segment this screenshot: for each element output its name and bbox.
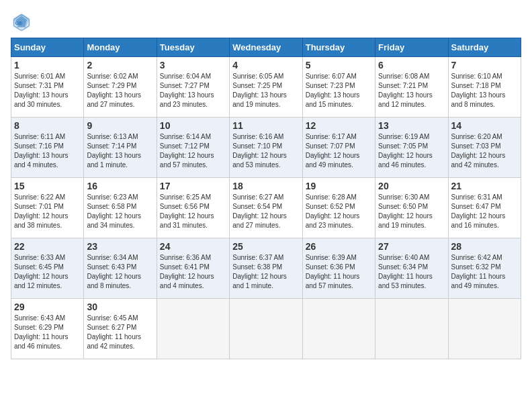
- day-info: Sunrise: 6:40 AM Sunset: 6:34 PM Dayligh…: [378, 253, 445, 291]
- day-number: 18: [232, 181, 299, 191]
- calendar-cell: 13Sunrise: 6:19 AM Sunset: 7:05 PM Dayli…: [375, 118, 448, 178]
- day-number: 8: [14, 120, 81, 131]
- calendar-cell: 22Sunrise: 6:33 AM Sunset: 6:45 PM Dayli…: [11, 238, 84, 299]
- day-info: Sunrise: 6:31 AM Sunset: 6:47 PM Dayligh…: [451, 193, 518, 230]
- calendar-cell: [448, 299, 521, 359]
- day-number: 16: [87, 181, 153, 191]
- day-number: 6: [378, 60, 445, 71]
- calendar-week-row: 1Sunrise: 6:01 AM Sunset: 7:31 PM Daylig…: [11, 57, 521, 118]
- weekday-header: Saturday: [448, 38, 521, 57]
- day-info: Sunrise: 6:08 AM Sunset: 7:21 PM Dayligh…: [378, 72, 445, 109]
- day-info: Sunrise: 6:39 AM Sunset: 6:36 PM Dayligh…: [306, 253, 372, 291]
- day-number: 26: [306, 241, 372, 252]
- day-number: 23: [87, 241, 153, 252]
- calendar-cell: 21Sunrise: 6:31 AM Sunset: 6:47 PM Dayli…: [448, 178, 521, 238]
- day-info: Sunrise: 6:04 AM Sunset: 7:27 PM Dayligh…: [160, 72, 226, 109]
- day-info: Sunrise: 6:01 AM Sunset: 7:31 PM Dayligh…: [14, 72, 81, 109]
- calendar-cell: 4Sunrise: 6:05 AM Sunset: 7:25 PM Daylig…: [230, 57, 302, 118]
- day-number: 19: [306, 181, 372, 191]
- day-info: Sunrise: 6:34 AM Sunset: 6:43 PM Dayligh…: [87, 253, 153, 291]
- weekday-header: Thursday: [302, 38, 375, 57]
- calendar-cell: 18Sunrise: 6:27 AM Sunset: 6:54 PM Dayli…: [230, 178, 302, 238]
- day-info: Sunrise: 6:33 AM Sunset: 6:45 PM Dayligh…: [14, 253, 81, 291]
- day-info: Sunrise: 6:14 AM Sunset: 7:12 PM Dayligh…: [160, 132, 226, 170]
- calendar-cell: 1Sunrise: 6:01 AM Sunset: 7:31 PM Daylig…: [11, 57, 84, 118]
- day-number: 10: [160, 120, 226, 131]
- calendar-cell: 26Sunrise: 6:39 AM Sunset: 6:36 PM Dayli…: [302, 238, 375, 299]
- logo-icon: GB: [11, 11, 32, 32]
- day-info: Sunrise: 6:43 AM Sunset: 6:29 PM Dayligh…: [14, 314, 81, 351]
- calendar-cell: 14Sunrise: 6:20 AM Sunset: 7:03 PM Dayli…: [448, 118, 521, 178]
- calendar-cell: 24Sunrise: 6:36 AM Sunset: 6:41 PM Dayli…: [157, 238, 229, 299]
- day-info: Sunrise: 6:13 AM Sunset: 7:14 PM Dayligh…: [87, 132, 153, 170]
- day-info: Sunrise: 6:11 AM Sunset: 7:16 PM Dayligh…: [14, 132, 81, 170]
- day-number: 1: [14, 60, 81, 71]
- day-info: Sunrise: 6:28 AM Sunset: 6:52 PM Dayligh…: [306, 193, 372, 230]
- calendar: SundayMondayTuesdayWednesdayThursdayFrid…: [11, 38, 521, 359]
- weekday-header: Tuesday: [157, 38, 229, 57]
- calendar-cell: [230, 299, 302, 359]
- weekday-header: Monday: [84, 38, 157, 57]
- calendar-cell: 17Sunrise: 6:25 AM Sunset: 6:56 PM Dayli…: [157, 178, 229, 238]
- day-info: Sunrise: 6:07 AM Sunset: 7:23 PM Dayligh…: [306, 72, 372, 109]
- day-info: Sunrise: 6:36 AM Sunset: 6:41 PM Dayligh…: [160, 253, 226, 291]
- day-number: 4: [232, 60, 299, 71]
- calendar-cell: 25Sunrise: 6:37 AM Sunset: 6:38 PM Dayli…: [230, 238, 302, 299]
- day-number: 30: [87, 302, 153, 312]
- day-number: 2: [87, 60, 153, 71]
- calendar-cell: 27Sunrise: 6:40 AM Sunset: 6:34 PM Dayli…: [375, 238, 448, 299]
- calendar-cell: 16Sunrise: 6:23 AM Sunset: 6:58 PM Dayli…: [84, 178, 157, 238]
- day-info: Sunrise: 6:16 AM Sunset: 7:10 PM Dayligh…: [232, 132, 299, 170]
- calendar-cell: 5Sunrise: 6:07 AM Sunset: 7:23 PM Daylig…: [302, 57, 375, 118]
- day-number: 15: [14, 181, 81, 191]
- day-number: 12: [306, 120, 372, 131]
- calendar-cell: 20Sunrise: 6:30 AM Sunset: 6:50 PM Dayli…: [375, 178, 448, 238]
- day-info: Sunrise: 6:02 AM Sunset: 7:29 PM Dayligh…: [87, 72, 153, 109]
- calendar-cell: 30Sunrise: 6:45 AM Sunset: 6:27 PM Dayli…: [84, 299, 157, 359]
- calendar-cell: 8Sunrise: 6:11 AM Sunset: 7:16 PM Daylig…: [11, 118, 84, 178]
- calendar-header-row: SundayMondayTuesdayWednesdayThursdayFrid…: [11, 38, 521, 57]
- weekday-header: Wednesday: [230, 38, 302, 57]
- day-info: Sunrise: 6:45 AM Sunset: 6:27 PM Dayligh…: [87, 314, 153, 351]
- day-number: 20: [378, 181, 445, 191]
- day-info: Sunrise: 6:19 AM Sunset: 7:05 PM Dayligh…: [378, 132, 445, 170]
- day-number: 5: [306, 60, 372, 71]
- day-info: Sunrise: 6:22 AM Sunset: 7:01 PM Dayligh…: [14, 193, 81, 230]
- day-number: 24: [160, 241, 226, 252]
- calendar-cell: 3Sunrise: 6:04 AM Sunset: 7:27 PM Daylig…: [157, 57, 229, 118]
- day-info: Sunrise: 6:27 AM Sunset: 6:54 PM Dayligh…: [232, 193, 299, 230]
- calendar-cell: 11Sunrise: 6:16 AM Sunset: 7:10 PM Dayli…: [230, 118, 302, 178]
- day-info: Sunrise: 6:17 AM Sunset: 7:07 PM Dayligh…: [306, 132, 372, 170]
- weekday-header: Sunday: [11, 38, 84, 57]
- day-number: 17: [160, 181, 226, 191]
- day-number: 14: [451, 120, 518, 131]
- day-info: Sunrise: 6:42 AM Sunset: 6:32 PM Dayligh…: [451, 253, 518, 291]
- day-info: Sunrise: 6:20 AM Sunset: 7:03 PM Dayligh…: [451, 132, 518, 170]
- calendar-cell: [375, 299, 448, 359]
- logo: GB: [11, 11, 35, 32]
- calendar-week-row: 15Sunrise: 6:22 AM Sunset: 7:01 PM Dayli…: [11, 178, 521, 238]
- day-info: Sunrise: 6:10 AM Sunset: 7:18 PM Dayligh…: [451, 72, 518, 109]
- calendar-cell: 15Sunrise: 6:22 AM Sunset: 7:01 PM Dayli…: [11, 178, 84, 238]
- weekday-header: Friday: [375, 38, 448, 57]
- day-number: 13: [378, 120, 445, 131]
- day-info: Sunrise: 6:05 AM Sunset: 7:25 PM Dayligh…: [232, 72, 299, 109]
- day-number: 3: [160, 60, 226, 71]
- calendar-cell: 6Sunrise: 6:08 AM Sunset: 7:21 PM Daylig…: [375, 57, 448, 118]
- calendar-week-row: 29Sunrise: 6:43 AM Sunset: 6:29 PM Dayli…: [11, 299, 521, 359]
- calendar-cell: 12Sunrise: 6:17 AM Sunset: 7:07 PM Dayli…: [302, 118, 375, 178]
- day-info: Sunrise: 6:30 AM Sunset: 6:50 PM Dayligh…: [378, 193, 445, 230]
- day-info: Sunrise: 6:23 AM Sunset: 6:58 PM Dayligh…: [87, 193, 153, 230]
- calendar-cell: 28Sunrise: 6:42 AM Sunset: 6:32 PM Dayli…: [448, 238, 521, 299]
- calendar-cell: 7Sunrise: 6:10 AM Sunset: 7:18 PM Daylig…: [448, 57, 521, 118]
- day-number: 21: [451, 181, 518, 191]
- calendar-cell: 9Sunrise: 6:13 AM Sunset: 7:14 PM Daylig…: [84, 118, 157, 178]
- calendar-cell: [302, 299, 375, 359]
- day-info: Sunrise: 6:37 AM Sunset: 6:38 PM Dayligh…: [232, 253, 299, 291]
- day-number: 28: [451, 241, 518, 252]
- day-number: 9: [87, 120, 153, 131]
- day-number: 27: [378, 241, 445, 252]
- svg-text:GB: GB: [15, 20, 22, 26]
- header: GB: [11, 11, 521, 32]
- day-number: 11: [232, 120, 299, 131]
